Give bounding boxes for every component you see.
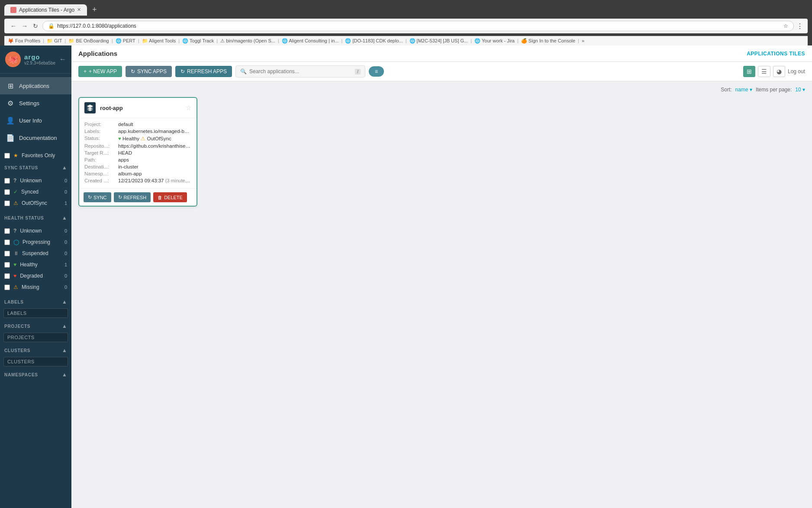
labels-field: Labels: app.kubernetes.io/managed-by=Hel… [84,129,191,134]
bookmark-toggl[interactable]: 🌐 Toggl Track [182,38,214,44]
destination-field: Destinati...: in-cluster [84,164,191,169]
sidebar-item-user-info[interactable]: 👤 User Info [0,112,71,129]
list-view-button[interactable]: ☰ [758,66,770,77]
health-missing-filter[interactable]: ⚠ Missing 0 [0,282,71,293]
active-tab[interactable]: Applications Tiles - Argo ✕ [4,4,87,16]
forward-button[interactable]: → [20,22,29,30]
sync-apps-label: SYNC APPS [137,68,167,74]
refresh-apps-button[interactable]: ↻ REFRESH APPS [175,66,232,77]
repository-value: https://github.com/krishanthisera/album-… [118,143,191,149]
labels-value: app.kubernetes.io/managed-by=Helm [118,129,191,134]
target-revision-field: Target R...: HEAD [84,150,191,155]
sidebar-collapse-button[interactable]: ← [59,55,66,63]
grid-view-button[interactable]: ⊞ [743,66,755,77]
bookmark-fox-profiles[interactable]: 🦊 Fox Profiles [8,38,40,44]
health-progressing-label: Progressing [23,239,50,245]
sync-outofsync-filter[interactable]: ⚠ OutOfSync 1 [0,197,71,209]
sort-name-link[interactable]: name ▾ [735,87,752,93]
search-input[interactable] [249,68,352,74]
namespaces-toggle[interactable]: ▲ [62,372,67,378]
search-icon: 🔍 [240,68,247,74]
new-tab-button[interactable]: + [89,3,100,16]
bookmark-m2c-5324[interactable]: 🌐 [M2C-5324] [JB US] G... [409,38,468,44]
log-out-button[interactable]: Log out [788,68,805,74]
extensions-icon[interactable]: ⋮ [796,22,803,30]
health-unknown-checkbox[interactable] [4,228,10,234]
projects-title: PROJECTS [4,324,30,329]
view-controls: ⊞ ☰ ◕ Log out [743,66,805,77]
namespace-value: album-app [118,171,142,176]
sync-outofsync-checkbox[interactable] [4,201,10,206]
tab-close-button[interactable]: ✕ [77,7,81,13]
sync-apps-button[interactable]: ↻ SYNC APPS [126,66,172,77]
favorites-only-filter[interactable]: ★ Favorites Only [0,150,71,161]
bookmark-more[interactable]: » [582,38,584,44]
app-name[interactable]: root-app [100,105,181,111]
sidebar-item-documentation[interactable]: 📄 Documentation [0,129,71,146]
health-missing-checkbox[interactable] [4,285,10,290]
back-button[interactable]: ← [9,22,18,30]
sync-button[interactable]: ↻ SYNC [84,192,111,202]
sync-status-toggle[interactable]: ▲ [62,165,67,171]
status-sync-value: OutOfSync [147,136,171,141]
health-suspended-filter[interactable]: ⏸ Suspended 0 [0,248,71,259]
filter-button[interactable]: ≡ [369,66,384,77]
refresh-button[interactable]: ↻ REFRESH [114,192,151,202]
delete-action-label: DELETE [164,195,183,200]
projects-toggle[interactable]: ▲ [62,323,67,329]
star-bookmark-icon[interactable]: ☆ [783,23,788,29]
health-progressing-checkbox[interactable] [4,239,10,245]
labels-filter-input[interactable]: LABELS [3,308,68,318]
bookmark-do-1183[interactable]: 🌐 [DO-1183] CDK deplo... [345,38,403,44]
bookmark-aligent-consulting[interactable]: 🌐 Aligent Consulting | in... [282,38,339,44]
sync-unknown-checkbox[interactable] [4,178,10,184]
new-app-button[interactable]: + + NEW APP [78,66,122,77]
sidebar-item-applications[interactable]: ⊞ Applications [0,77,71,94]
health-progressing-icon: ◯ [13,239,19,245]
health-progressing-filter[interactable]: ◯ Progressing 0 [0,236,71,248]
favorites-only-checkbox[interactable] [4,153,10,159]
bookmark-be-onboarding[interactable]: 📁 BE OnBoarding [68,38,109,44]
bookmark-pert[interactable]: 🌐 PERT [116,38,135,44]
delete-button[interactable]: 🗑 DELETE [153,192,187,202]
app-favorite-star[interactable]: ☆ [186,104,191,112]
sync-synced-checkbox[interactable] [4,189,10,195]
sync-synced-label: Synced [21,189,39,195]
refresh-button[interactable]: ↻ [31,22,40,30]
browser-chrome: Applications Tiles - Argo ✕ + ← → ↻ 🔒 ht… [0,0,812,45]
bookmark-git[interactable]: 📁 GIT [47,38,62,44]
refresh-action-label: REFRESH [124,195,147,200]
sync-status-filters: ? Unknown 0 ✓ Synced 0 ⚠ OutOfSync 1 [0,172,71,211]
bookmark-jira[interactable]: 🌐 Your work - Jira [474,38,515,44]
user-info-label: User Info [19,117,42,124]
clusters-toggle[interactable]: ▲ [62,347,67,353]
target-revision-label: Target R...: [84,150,116,155]
bookmark-console[interactable]: 🍊 Sign In to the Console [521,38,575,44]
health-degraded-checkbox[interactable] [4,273,10,279]
chart-view-button[interactable]: ◕ [773,66,785,77]
helm-icon [86,104,94,112]
health-healthy-checkbox[interactable] [4,262,10,268]
sidebar-item-settings[interactable]: ⚙ Settings [0,94,71,112]
created-label: Created ...: [84,178,116,183]
items-per-page-link[interactable]: 10 ▾ [795,87,805,93]
namespaces-title: NAMESPACES [4,372,38,377]
clusters-filter-input[interactable]: CLUSTERS [3,357,68,366]
labels-toggle[interactable]: ▲ [62,299,67,305]
sync-apps-icon: ↻ [131,68,135,74]
bookmark-magento[interactable]: ⚠ bin/magento (Open S... [220,38,275,44]
projects-filter-input[interactable]: PROJECTS [3,333,68,342]
sync-synced-filter[interactable]: ✓ Synced 0 [0,186,71,197]
health-healthy-filter[interactable]: ♥ Healthy 1 [0,259,71,270]
health-missing-label: Missing [22,284,39,290]
bookmark-aligent-tools[interactable]: 📁 Aligent Tools [142,38,176,44]
health-status-toggle[interactable]: ▲ [62,215,67,221]
sync-unknown-filter[interactable]: ? Unknown 0 [0,175,71,186]
health-unknown-filter[interactable]: ? Unknown 0 [0,225,71,236]
address-bar[interactable]: 🔒 https://127.0.0.1:8080/applications ☆ [42,21,794,31]
health-degraded-filter[interactable]: ♥ Degraded 0 [0,270,71,282]
app-card-root-app: root-app ☆ Project: default Labels: app.… [78,97,197,207]
browser-tabs: Applications Tiles - Argo ✕ + [4,3,808,16]
health-suspended-checkbox[interactable] [4,251,10,256]
path-value: apps [118,157,129,162]
